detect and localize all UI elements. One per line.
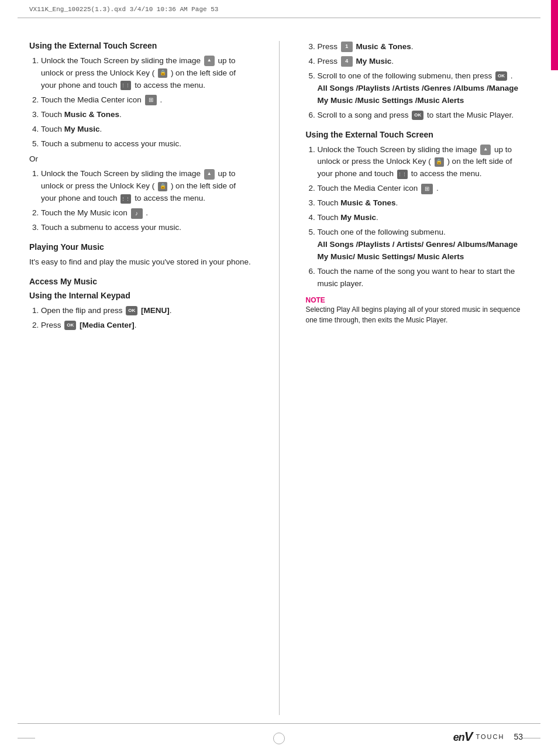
right-section-title: Using the External Touch Screen	[306, 130, 529, 139]
list-item: Unlock the Touch Screen by sliding the i…	[41, 55, 253, 92]
note-text: Selecting Play All begins playing all of…	[306, 304, 529, 325]
footer: enV TOUCH 53	[453, 729, 523, 744]
bottom-right-mark	[523, 738, 540, 738]
right-section-list: Unlock the Touch Screen by sliding the i…	[306, 144, 529, 290]
pink-accent-bar	[551, 0, 558, 70]
left-section1b-list: Unlock the Touch Screen by sliding the i…	[29, 168, 253, 234]
left-section3-subtitle: Using the Internal Keypad	[29, 291, 253, 300]
grid-icon	[397, 170, 408, 179]
left-section3-list: Open the flip and press OK [MENU]. Press…	[29, 305, 253, 332]
item-bold: Music & Tones	[340, 198, 395, 207]
list-item: Press 1 Music & Tones.	[318, 41, 529, 53]
item-text: Touch the My Music icon	[41, 208, 130, 217]
bottom-circle-mark	[273, 733, 285, 744]
list-item: Touch the name of the song you want to h…	[318, 266, 529, 290]
or-separator: Or	[29, 154, 253, 163]
item-text: Press	[318, 42, 340, 51]
top-border	[18, 18, 540, 18]
left-section2-title: Playing Your Music	[29, 242, 253, 252]
my-music-icon	[131, 208, 143, 219]
right-top-list: Press 1 Music & Tones. Press 4 My Music.…	[306, 41, 529, 122]
left-section1-list: Unlock the Touch Screen by sliding the i…	[29, 55, 253, 150]
bottom-left-mark	[18, 738, 35, 738]
item-text: Touch a submenu to access your music.	[41, 223, 181, 232]
list-item: Touch My Music.	[318, 212, 529, 224]
item-text: Unlock the Touch Screen by sliding the i…	[318, 145, 480, 154]
list-item: Scroll to one of the following submenu, …	[318, 70, 529, 107]
left-section2-intro: It's easy to find and play the music you…	[29, 256, 253, 269]
ok-icon: OK	[412, 111, 423, 120]
item-text: Scroll to a song and press	[318, 111, 411, 119]
list-item: Press 4 My Music.	[318, 56, 529, 68]
ok-icon: OK	[495, 71, 507, 81]
item-text: .	[511, 71, 513, 80]
list-item: Touch My Music.	[41, 123, 253, 136]
item-bold: Music & Tones	[64, 110, 119, 119]
note-label: NOTE	[306, 296, 529, 304]
item-text: to access the menu.	[135, 81, 205, 90]
list-item: Press OK [Media Center].	[41, 319, 253, 332]
item-text: .	[411, 42, 414, 51]
item-text: .	[160, 95, 162, 104]
item-text: .	[170, 306, 172, 315]
item-text: Open the flip and press	[41, 306, 125, 315]
item-bold: All Songs /Playlists /Artists /Genres /A…	[318, 84, 519, 105]
list-item: Touch the My Music icon .	[41, 207, 253, 219]
item-text: to access the menu.	[135, 194, 205, 202]
up-arrow-icon	[204, 56, 215, 66]
item-text: Unlock the Touch Screen by sliding the i…	[41, 56, 203, 65]
lock-icon	[158, 68, 167, 78]
item-text: Scroll to one of the following submenu, …	[318, 71, 494, 80]
item-bold: My Music	[64, 125, 100, 133]
item-text: Touch the name of the song you want to h…	[318, 267, 515, 288]
left-column: Using the External Touch Screen Unlock t…	[29, 41, 259, 715]
grid-icon	[120, 194, 131, 204]
lock-icon	[435, 157, 444, 167]
list-item: Touch one of the following submenu. All …	[318, 226, 529, 263]
ok-icon: OK	[64, 321, 76, 330]
grid-icon	[120, 81, 131, 90]
list-item: Touch Music & Tones.	[318, 197, 529, 209]
list-item: Touch a submenu to access your music.	[41, 138, 253, 150]
column-divider	[279, 41, 280, 715]
brand-name: enV	[453, 729, 473, 744]
list-item: Touch the Media Center icon .	[318, 183, 529, 195]
item-text: My Music	[356, 57, 392, 66]
list-item: Scroll to a song and press OK to start t…	[318, 109, 529, 122]
media-center-icon	[421, 184, 433, 194]
right-column: Press 1 Music & Tones. Press 4 My Music.…	[300, 41, 529, 715]
main-content: Using the External Touch Screen Unlock t…	[29, 41, 529, 715]
num1-icon: 1	[341, 42, 353, 52]
up-arrow-icon	[480, 145, 491, 155]
list-item: Open the flip and press OK [MENU].	[41, 305, 253, 317]
item-text: Music & Tones	[356, 42, 411, 51]
item-text: Touch the Media Center icon	[318, 184, 421, 193]
media-center-icon	[145, 95, 157, 105]
item-text: Touch the Media Center icon	[41, 95, 144, 104]
list-item: Unlock the Touch Screen by sliding the i…	[41, 168, 253, 205]
item-text: .	[146, 208, 148, 217]
item-text: Touch a submenu to access your music.	[41, 139, 181, 148]
bottom-border	[18, 723, 540, 724]
left-section1-title: Using the External Touch Screen	[29, 41, 253, 50]
list-item: Unlock the Touch Screen by sliding the i…	[318, 144, 529, 181]
item-text: [MENU]	[141, 306, 170, 315]
up-arrow-icon	[204, 169, 215, 180]
lock-icon	[158, 182, 167, 191]
brand-touch: TOUCH	[476, 733, 505, 740]
item-text: Press	[41, 321, 63, 329]
page-number: 53	[514, 732, 523, 741]
item-text: Touch one of the following submenu.	[318, 228, 446, 236]
item-text: .	[391, 57, 394, 66]
item-text: to start the Music Player.	[427, 111, 514, 119]
num4-icon: 4	[341, 56, 353, 67]
list-item: Touch a submenu to access your music.	[41, 222, 253, 234]
item-bold: All Songs /Playlists / Artists/ Genres/ …	[318, 240, 518, 261]
ok-icon: OK	[126, 306, 137, 315]
item-text: Press	[318, 57, 340, 66]
left-section3-title: Access My Music	[29, 277, 253, 286]
item-bold: My Music	[340, 213, 376, 222]
list-item: Touch Music & Tones.	[41, 109, 253, 121]
list-item: Touch the Media Center icon .	[41, 94, 253, 106]
header-text: VX11K_Eng_100225(1.3).qxd 3/4/10 10:36 A…	[29, 6, 218, 13]
